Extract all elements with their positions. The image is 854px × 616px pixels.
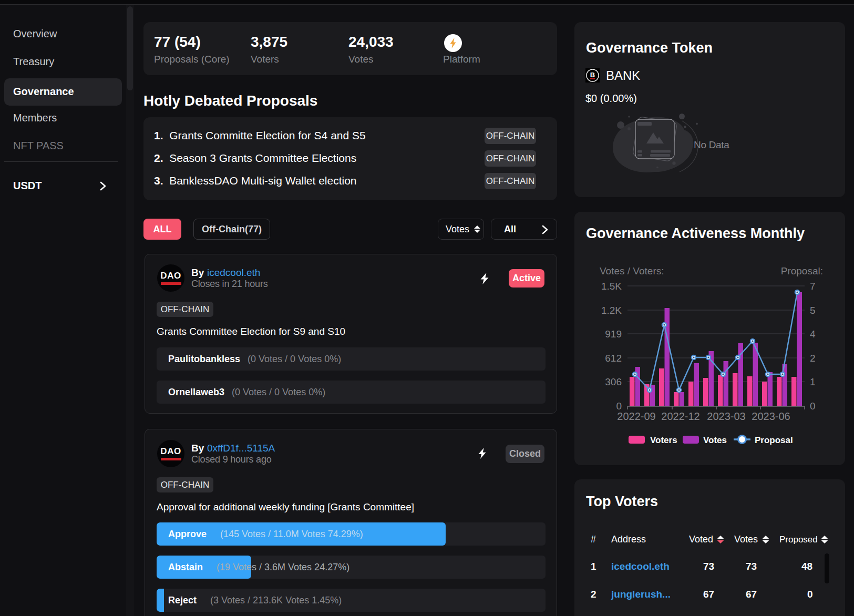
svg-text:2022-09: 2022-09 [617,410,655,422]
svg-text:2: 2 [810,353,816,364]
svg-text:5: 5 [810,305,816,316]
svg-text:919: 919 [605,328,622,340]
svg-text:306: 306 [605,376,622,387]
svg-text:Proposal: Proposal [755,435,793,445]
svg-text:7: 7 [810,281,816,292]
svg-text:612: 612 [605,353,622,364]
svg-text:1.2K: 1.2K [601,305,622,316]
svg-text:0: 0 [810,401,816,412]
svg-text:Votes: Votes [703,435,727,445]
svg-text:Voters: Voters [650,435,677,445]
svg-text:Proposal:: Proposal: [781,265,823,276]
svg-text:B: B [590,71,595,79]
svg-text:2023-03: 2023-03 [707,410,745,422]
svg-text:4: 4 [810,328,816,340]
svg-text:2022-12: 2022-12 [661,410,699,422]
svg-text:Votes / Voters:: Votes / Voters: [600,265,664,276]
svg-text:1: 1 [810,376,816,387]
svg-text:0: 0 [616,401,622,412]
svg-text:1.5K: 1.5K [601,281,622,292]
svg-text:2023-06: 2023-06 [752,410,790,422]
